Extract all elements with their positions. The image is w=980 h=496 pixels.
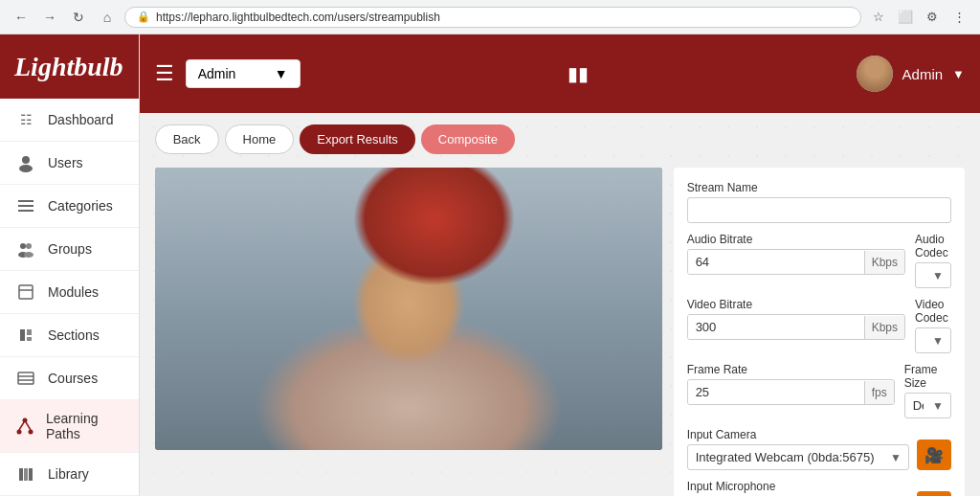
frame-rate-input[interactable]	[688, 380, 864, 404]
svg-rect-2	[18, 200, 33, 202]
dashboard-icon: ☷	[15, 109, 36, 130]
avatar	[857, 56, 893, 92]
camera-row: Input Camera Integrated Webcam (0bda:567…	[687, 428, 951, 470]
svg-rect-9	[19, 285, 33, 299]
url-text: https://lepharo.lightbulbedtech.com/user…	[156, 11, 440, 24]
star-icon[interactable]: ☆	[867, 6, 890, 29]
extensions-icon[interactable]: ⚙	[921, 6, 944, 29]
sidebar-label-dashboard: Dashboard	[48, 112, 114, 127]
hamburger-button[interactable]: ☰	[155, 61, 174, 86]
admin-dropdown-label: Admin	[198, 66, 236, 81]
main-content: ☰ Admin ▼ ▮▮ Admin ▼	[140, 34, 980, 496]
frame-rate-group: Frame Rate fps	[687, 363, 895, 418]
video-feed	[155, 168, 662, 450]
admin-dropdown[interactable]: Admin ▼	[186, 59, 301, 88]
cast-icon[interactable]: ⬜	[894, 6, 917, 29]
chevron-down-icon: ▼	[275, 66, 288, 81]
sidebar-label-users: Users	[48, 155, 83, 170]
learning-paths-icon	[15, 416, 34, 437]
composite-button[interactable]: Composite	[421, 124, 515, 154]
frame-size-select-wrapper: Default 640x480 1280x720 1920x1080 ▼	[904, 393, 951, 418]
frame-size-group: Frame Size Default 640x480 1280x720 1920…	[904, 363, 951, 418]
audio-bitrate-input[interactable]	[688, 250, 864, 274]
svg-rect-4	[18, 210, 33, 212]
frame-row: Frame Rate fps Frame Size D	[687, 363, 951, 418]
audio-bitrate-group: Audio Bitrate Kbps	[687, 233, 905, 288]
sidebar: Lightbulb ☷ Dashboard Users	[0, 34, 140, 496]
svg-line-18	[26, 422, 31, 430]
video-bitrate-unit: Kbps	[864, 316, 904, 339]
audio-codec-select[interactable]: Opus AAC MP3	[915, 262, 951, 288]
sidebar-item-users[interactable]: Users	[0, 142, 139, 185]
frame-size-select[interactable]: Default 640x480 1280x720 1920x1080	[904, 393, 951, 418]
admin-chevron-icon[interactable]: ▼	[952, 67, 965, 81]
browser-actions: ☆ ⬜ ⚙ ⋮	[867, 6, 970, 29]
sections-icon	[15, 325, 36, 346]
sidebar-label-modules: Modules	[48, 284, 99, 300]
stream-layout: Stream Name Audio Bitrate Kbps	[155, 168, 965, 496]
address-bar[interactable]: 🔒 https://lepharo.lightbulbedtech.com/us…	[124, 7, 861, 28]
video-codec-select-wrapper: VP8 VP9 H264 ▼	[915, 327, 951, 353]
svg-point-1	[19, 165, 33, 172]
back-nav-button[interactable]: ←	[10, 6, 33, 29]
svg-rect-20	[24, 468, 28, 481]
back-button[interactable]: Back	[155, 124, 219, 154]
mic-toggle-button[interactable]: 🎤	[917, 491, 951, 496]
browser-bar: ← → ↻ ⌂ 🔒 https://lepharo.lightbulbedtec…	[0, 0, 980, 34]
sidebar-item-courses[interactable]: Courses	[0, 357, 139, 400]
stream-name-input[interactable]	[687, 197, 951, 223]
input-camera-select-wrapper: Integrated Webcam (0bda:5675) ▼	[687, 444, 909, 470]
camera-toggle-button[interactable]: 🎥	[917, 440, 951, 470]
svg-rect-19	[19, 468, 23, 481]
svg-rect-21	[29, 468, 33, 481]
groups-icon	[15, 238, 36, 259]
video-bitrate-label: Video Bitrate	[687, 298, 905, 311]
sidebar-item-sections[interactable]: Sections	[0, 314, 139, 357]
header-right: Admin ▼	[857, 56, 965, 92]
stream-name-label: Stream Name	[687, 181, 951, 194]
sidebar-item-dashboard[interactable]: ☷ Dashboard	[0, 99, 139, 142]
header-center: ▮▮	[568, 62, 589, 85]
forward-nav-button[interactable]: →	[38, 6, 61, 29]
reload-button[interactable]: ↻	[67, 6, 90, 29]
lock-icon: 🔒	[137, 11, 150, 23]
modules-icon	[15, 282, 36, 303]
audio-codec-label: Audio Codec	[915, 233, 951, 259]
sidebar-item-groups[interactable]: Groups	[0, 228, 139, 271]
frame-size-label: Frame Size	[904, 363, 951, 390]
video-bitrate-input-wrapper: Kbps	[687, 314, 905, 340]
frame-rate-input-wrapper: fps	[687, 379, 895, 405]
svg-point-5	[20, 243, 26, 249]
home-button[interactable]: Home	[225, 124, 295, 154]
video-codec-select[interactable]: VP8 VP9 H264	[915, 327, 951, 353]
courses-icon	[15, 368, 36, 389]
grid-icon[interactable]: ▮▮	[568, 62, 589, 85]
content-inner: Back Home Export Results Composite	[140, 113, 980, 496]
home-nav-button[interactable]: ⌂	[96, 6, 119, 29]
avatar-image	[857, 56, 893, 92]
header-left: ☰ Admin ▼	[155, 59, 301, 88]
sidebar-label-courses: Courses	[48, 371, 98, 386]
sidebar-item-categories[interactable]: Categories	[0, 185, 139, 228]
sidebar-label-categories: Categories	[48, 198, 113, 214]
more-icon[interactable]: ⋮	[947, 6, 970, 29]
input-camera-select[interactable]: Integrated Webcam (0bda:5675)	[687, 444, 909, 470]
categories-icon	[15, 195, 36, 216]
sidebar-item-library[interactable]: Library	[0, 453, 139, 496]
svg-rect-3	[18, 205, 33, 207]
settings-panel: Stream Name Audio Bitrate Kbps	[674, 168, 965, 496]
frame-rate-unit: fps	[864, 381, 894, 404]
audio-codec-group: Audio Codec Opus AAC MP3 ▼	[915, 233, 951, 288]
sidebar-item-learning-paths[interactable]: Learning Paths	[0, 400, 139, 453]
svg-point-0	[22, 156, 30, 164]
sidebar-item-modules[interactable]: Modules	[0, 271, 139, 314]
svg-point-6	[26, 243, 32, 249]
svg-line-17	[19, 422, 24, 430]
input-microphone-label: Input Microphone	[687, 480, 909, 493]
video-bitrate-input[interactable]	[688, 315, 864, 339]
svg-point-14	[17, 430, 22, 435]
logo: Lightbulb	[14, 52, 123, 82]
admin-name-label: Admin	[902, 66, 944, 82]
export-results-button[interactable]: Export Results	[300, 124, 415, 154]
video-inner	[155, 168, 662, 450]
